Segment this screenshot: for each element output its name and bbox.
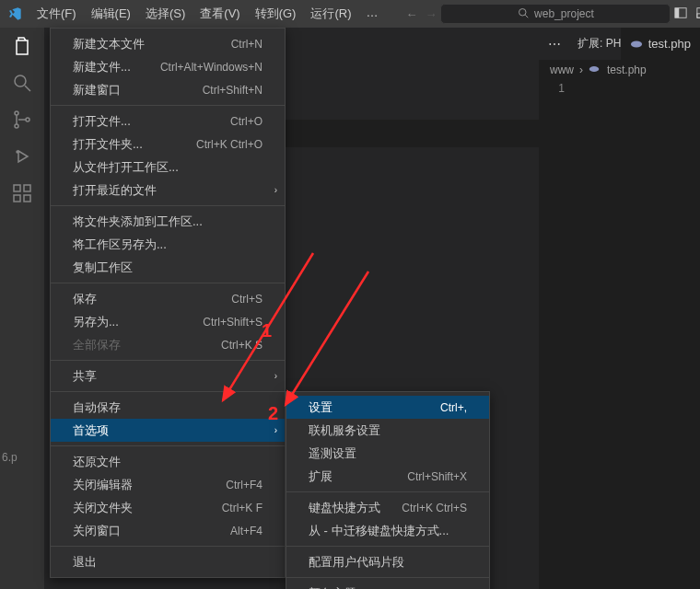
menu-shortcut: Ctrl+S xyxy=(231,293,262,306)
menu-separator xyxy=(51,391,285,392)
file-menu-item[interactable]: 从文件打开工作区... xyxy=(51,156,285,179)
menu-label: 从 - 中迁移键盘快捷方式... xyxy=(309,523,467,539)
file-menu-item[interactable]: 还原文件 xyxy=(51,450,285,473)
svg-rect-16 xyxy=(14,195,20,202)
search-sidebar-icon[interactable] xyxy=(11,72,33,94)
tab-test-php[interactable]: test.php xyxy=(621,28,700,60)
activitybar xyxy=(0,28,44,589)
menu-run[interactable]: 运行(R) xyxy=(303,2,358,26)
menu-separator xyxy=(51,360,285,361)
menu-label: 将文件夹添加到工作区... xyxy=(73,214,262,230)
menu-edit[interactable]: 编辑(E) xyxy=(84,2,138,26)
menu-shortcut: Ctrl+Shift+X xyxy=(407,470,467,483)
menu-separator xyxy=(51,205,285,206)
svg-point-10 xyxy=(15,111,18,115)
menu-label: 首选项 xyxy=(73,422,262,439)
file-menu-item[interactable]: 打开文件夹...Ctrl+K Ctrl+O xyxy=(51,133,285,156)
menu-separator xyxy=(51,546,285,547)
more-actions-icon[interactable]: ⋯ xyxy=(548,37,561,52)
pref-submenu-item[interactable]: 配置用户代码片段 xyxy=(286,550,489,573)
chevron-right-icon: › xyxy=(274,425,277,435)
file-menu-item[interactable]: 共享› xyxy=(51,364,285,387)
file-menu-item[interactable]: 关闭文件夹Ctrl+K F xyxy=(51,496,285,519)
svg-line-1 xyxy=(525,15,528,17)
file-menu-item[interactable]: 新建文本文件Ctrl+N xyxy=(51,32,285,55)
nav-back-icon[interactable]: ← xyxy=(405,7,417,21)
breadcrumb[interactable]: www › test.php xyxy=(539,60,700,80)
svg-point-0 xyxy=(519,8,527,16)
menu-separator xyxy=(286,491,489,492)
search-icon xyxy=(518,7,529,21)
pref-submenu-item[interactable]: 扩展Ctrl+Shift+X xyxy=(286,465,489,488)
menu-label: 从文件打开工作区... xyxy=(73,159,262,176)
menu-label: 打开文件... xyxy=(73,113,212,130)
menu-shortcut: Ctrl+F4 xyxy=(226,479,262,491)
menu-overflow[interactable]: … xyxy=(358,2,385,26)
menu-label: 联机服务设置 xyxy=(309,422,467,439)
menu-separator xyxy=(286,577,489,578)
menu-shortcut: Ctrl+K Ctrl+S xyxy=(402,502,467,514)
menu-shortcut: Ctrl+, xyxy=(440,401,467,414)
source-control-icon[interactable] xyxy=(11,109,33,131)
file-dropdown-menu: 新建文本文件Ctrl+N新建文件...Ctrl+Alt+Windows+N新建窗… xyxy=(50,28,286,578)
file-menu-item[interactable]: 关闭编辑器Ctrl+F4 xyxy=(51,473,285,496)
menu-shortcut: Ctrl+O xyxy=(230,115,262,128)
menu-shortcut: Ctrl+K S xyxy=(221,339,262,352)
menu-separator xyxy=(51,283,285,283)
file-menu-item[interactable]: 关闭窗口Alt+F4 xyxy=(51,519,285,542)
file-menu-item[interactable]: 打开最近的文件› xyxy=(51,179,285,202)
menu-shortcut: Ctrl+N xyxy=(231,38,262,51)
pref-submenu-item[interactable]: 键盘快捷方式Ctrl+K Ctrl+S xyxy=(286,496,489,519)
extensions-icon[interactable] xyxy=(11,182,33,204)
layout-controls xyxy=(674,6,700,22)
pref-submenu-item[interactable]: 遥测设置 xyxy=(286,442,489,465)
explorer-icon[interactable] xyxy=(11,35,33,57)
svg-point-20 xyxy=(589,66,600,72)
pref-submenu-item[interactable]: 从 - 中迁移键盘快捷方式... xyxy=(286,519,489,542)
file-menu-item[interactable]: 另存为...Ctrl+Shift+S xyxy=(51,310,285,333)
pref-submenu-item[interactable]: 设置Ctrl+, xyxy=(286,396,489,419)
search-label: web_project xyxy=(534,7,594,20)
command-center[interactable]: web_project xyxy=(440,4,671,24)
file-menu-item[interactable]: 打开文件...Ctrl+O xyxy=(51,110,285,133)
file-menu-item[interactable]: 新建文件...Ctrl+Alt+Windows+N xyxy=(51,55,285,78)
php-file-icon xyxy=(630,38,643,51)
file-menu-item[interactable]: 全部保存Ctrl+K S xyxy=(51,333,285,356)
file-menu-item[interactable]: 复制工作区 xyxy=(51,256,285,279)
layout-bottom-icon[interactable] xyxy=(696,6,700,22)
file-menu-item[interactable]: 自动保存 xyxy=(51,396,285,419)
menu-file[interactable]: 文件(F) xyxy=(29,2,84,26)
breadcrumb-file: test.php xyxy=(607,64,647,76)
pref-submenu-item[interactable]: 联机服务设置 xyxy=(286,419,489,442)
svg-rect-18 xyxy=(24,185,30,191)
file-menu-item[interactable]: 保存Ctrl+S xyxy=(51,287,285,310)
file-menu-item[interactable]: 退出 xyxy=(51,550,285,573)
menu-label: 共享 xyxy=(73,368,262,385)
menu-label: 打开最近的文件 xyxy=(73,182,262,199)
svg-point-11 xyxy=(15,124,18,128)
tab-extension[interactable]: 扩展: PHP Server xyxy=(570,36,621,52)
menu-selection[interactable]: 选择(S) xyxy=(138,2,192,26)
menu-label: 将工作区另存为... xyxy=(73,237,262,253)
chevron-right-icon: › xyxy=(579,64,583,76)
pref-submenu-item[interactable]: 颜色主题Ctrl+K Ctrl+T xyxy=(286,582,489,589)
menu-shortcut: Ctrl+K Ctrl+O xyxy=(196,138,262,151)
file-menu-item[interactable]: 将工作区另存为... xyxy=(51,233,285,256)
menu-label: 扩展 xyxy=(309,468,389,485)
editor-tabs: ⋯ 扩展: PHP Server test.php xyxy=(539,28,700,60)
debug-icon[interactable] xyxy=(11,145,33,167)
file-menu-item[interactable]: 新建窗口Ctrl+Shift+N xyxy=(51,78,285,101)
nav-forward-icon[interactable]: → xyxy=(425,7,437,21)
menu-separator xyxy=(51,105,285,106)
file-menu-item[interactable]: 首选项› xyxy=(51,419,285,442)
menu-view[interactable]: 查看(V) xyxy=(192,2,247,26)
line-number-1: 1 xyxy=(539,80,565,98)
layout-left-icon[interactable] xyxy=(674,6,687,22)
menu-label: 还原文件 xyxy=(73,454,262,470)
menu-go[interactable]: 转到(G) xyxy=(248,2,304,26)
file-menu-item[interactable]: 将文件夹添加到工作区... xyxy=(51,210,285,233)
titlebar: 文件(F) 编辑(E) 选择(S) 查看(V) 转到(G) 运行(R) … ← … xyxy=(0,0,700,28)
menu-label: 打开文件夹... xyxy=(73,136,178,153)
menu-separator xyxy=(51,445,285,446)
menu-label: 键盘快捷方式 xyxy=(309,500,383,516)
